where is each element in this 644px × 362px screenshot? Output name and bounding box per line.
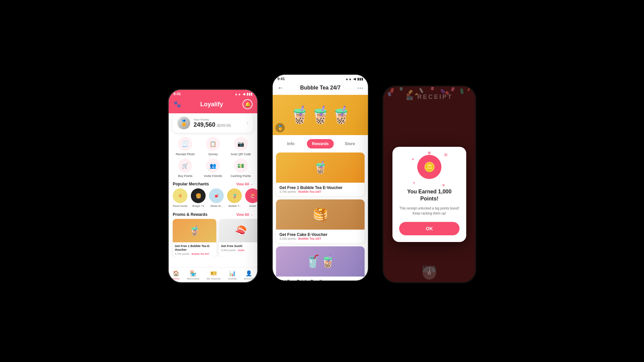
nav-account[interactable]: 👤 Account <box>244 270 254 280</box>
invite-icon: 👥 <box>206 159 220 173</box>
nav-activity[interactable]: 📊 Activity <box>228 270 236 280</box>
merchant-steak-name: Steak ho.. <box>210 204 222 207</box>
account-icon: 👤 <box>246 270 252 277</box>
merchant-pizza[interactable]: 🍕 Pizza house <box>173 188 187 207</box>
nav-voucher[interactable]: 🎫 My Voucher <box>207 270 221 280</box>
promo-rewards-view-all[interactable]: View All → <box>236 213 253 217</box>
merchant-bubble-name: Bubble T.. <box>228 204 240 207</box>
tab-store[interactable]: Store <box>336 139 363 148</box>
phone1-status-icons: ▲▲ ◀ ▮▮▮ <box>234 92 253 96</box>
action-buy-points[interactable]: 🛒 Buy Points <box>173 159 198 178</box>
hero-overlay-icon: 🏅 <box>275 123 285 132</box>
phone2-store-title: Bubble Tea 24/7 <box>300 85 341 91</box>
points-chevron-icon: › <box>247 120 249 126</box>
promo-sushi[interactable]: 🍣 Get Free Sushi 9,500 points · Sushi <box>219 219 257 257</box>
invite-label: Invite Friends <box>204 174 222 178</box>
dot-4 <box>413 182 415 184</box>
phone2-time: 9:41 <box>277 77 285 81</box>
reward-bubble-tea-title: Get Free 1 Bubble Tea E-Voucher <box>279 185 361 190</box>
buy-points-label: Buy Points <box>178 174 193 178</box>
nav-activity-label: Activity <box>228 277 236 280</box>
action-cashing[interactable]: 💵 Cashing Points <box>228 159 253 178</box>
reward-drinks-info: Get Free Drinks Bundle 5,500 points · Bu… <box>276 277 365 282</box>
promo-bubble-tea-info: Get Free 1 Bubble Tea E-Voucher 3,750 po… <box>173 242 216 257</box>
promo-bubble-tea-title: Get Free 1 Bubble Tea E-Voucher <box>175 244 214 252</box>
tab-info[interactable]: Info <box>277 139 304 148</box>
promo-sushi-img: 🍣 <box>219 219 257 242</box>
action-survey[interactable]: 📋 Survey <box>201 137 226 156</box>
dot-3 <box>444 153 447 157</box>
phones-container: 9:41 ▲▲ ◀ ▮▮▮ 🐾 Loyalify 🔔 🏅 Your Points… <box>168 79 476 283</box>
action-receipt[interactable]: 🧾 Receipt Photo <box>173 137 198 156</box>
bell-icon[interactable]: 🔔 <box>243 99 253 109</box>
receipt-icon: 🧾 <box>178 137 192 151</box>
merchant-steak[interactable]: 🥩 Steak ho.. <box>209 188 224 207</box>
promo-rewards-header: Promo & Rewards View All → <box>169 210 257 219</box>
reward-drinks[interactable]: 🥤🧋 Get Free Drinks Bundle 5,500 points ·… <box>276 246 365 282</box>
dot-5 <box>442 184 445 186</box>
reward-bubble-tea-pts: 3,750 points · Bubble Tea 24/7 <box>279 190 361 193</box>
survey-label: Survey <box>208 153 218 156</box>
promo-bubble-tea-points: 3,750 points · Bubble Tea 24/7 <box>175 252 214 255</box>
store-tabs: Info Rewards Store <box>273 135 368 153</box>
nav-account-label: Account <box>244 277 254 280</box>
points-amount-row: 249,560 ($249.56) <box>194 121 231 128</box>
action-invite[interactable]: 👥 Invite Friends <box>201 159 226 178</box>
cashing-icon: 💵 <box>234 159 248 173</box>
merchant-bubble[interactable]: 🧋 Bubble T.. <box>227 188 242 207</box>
phone-1: 9:41 ▲▲ ◀ ▮▮▮ 🐾 Loyalify 🔔 🏅 Your Points… <box>168 89 258 283</box>
phone1-header: 🐾 Loyalify 🔔 <box>169 97 257 113</box>
phone-2: 9:41 ▲▲ ◀ ▮▮▮ ← Bubble Tea 24/7 ⋯ 🧋🧋🧋 🏅 … <box>272 74 369 282</box>
points-card[interactable]: 🏅 Your Points 249,560 ($249.56) › <box>173 113 253 133</box>
tab-rewards[interactable]: Rewards <box>307 139 334 148</box>
reward-cake-pts: 4,200 points · Bubble Tea 24/7 <box>279 237 361 240</box>
action-scan-qr[interactable]: 📷 Scan QR Code <box>228 137 253 156</box>
activity-icon: 📊 <box>229 270 236 277</box>
home-icon: 🏠 <box>173 270 179 277</box>
nav-merchants[interactable]: 🏪 Merchants <box>187 270 199 280</box>
points-usd: ($249.56) <box>217 124 231 127</box>
ok-button[interactable]: OK <box>399 222 460 235</box>
hero-image: 🧋🧋🧋 🏅 <box>273 95 368 135</box>
dot-1 <box>428 152 431 154</box>
merchant-pizza-name: Pizza house <box>173 204 187 207</box>
promo-rewards-title: Promo & Rewards <box>173 212 207 217</box>
reward-bubble-tea-img: 🧋 <box>276 153 365 183</box>
reward-bubble-tea[interactable]: 🧋 Get Free 1 Bubble Tea E-Voucher 3,750 … <box>276 153 365 196</box>
merchant-sushi[interactable]: 🍣 Sushi <box>245 188 257 207</box>
merchant-bubble-logo: 🧋 <box>227 188 242 203</box>
reward-cake-img: 🥞 <box>276 199 365 230</box>
reward-drinks-title: Get Free Drinks Bundle <box>279 279 361 282</box>
reward-drinks-img: 🥤🧋 <box>276 246 365 277</box>
promo-sushi-title: Get Free Sushi <box>221 244 257 248</box>
merchant-burger-logo: 🍔 <box>191 188 206 203</box>
voucher-icon: 🎫 <box>210 270 217 277</box>
nav-merchants-label: Merchants <box>187 277 199 280</box>
phone3-background: 🏪 RECEIPT 🪙 You Earned 1,000 Po <box>383 86 475 282</box>
merchant-sushi-logo: 🍣 <box>245 188 257 203</box>
more-options-icon[interactable]: ⋯ <box>357 84 363 92</box>
phone1-app-title: Loyalify <box>200 101 223 108</box>
receipt-label: Receipt Photo <box>176 153 195 156</box>
nav-home[interactable]: 🏠 Home <box>172 270 179 280</box>
quick-actions: 🧾 Receipt Photo 📋 Survey 📷 Scan QR Code … <box>169 133 257 180</box>
merchant-burger-name: Burger 71 <box>192 204 204 207</box>
camera-shutter-button[interactable]: ○ <box>423 266 436 280</box>
buy-points-icon: 🛒 <box>178 159 192 173</box>
merchant-burger[interactable]: 🍔 Burger 71 <box>191 188 206 207</box>
reward-cake[interactable]: 🥞 Get Free Cake E-Voucher 4,200 points ·… <box>276 199 365 243</box>
merchant-sushi-name: Sushi <box>249 204 256 207</box>
popular-merchants-header: Popular Merchants View All → <box>169 180 257 188</box>
reward-cake-title: Get Free Cake E-Voucher <box>279 232 361 237</box>
coin-area: 🪙 <box>417 155 441 184</box>
promo-sushi-points: 9,500 points · Sushi <box>221 249 257 252</box>
rewards-scroll-area: 🧋 Get Free 1 Bubble Tea E-Voucher 3,750 … <box>273 153 368 282</box>
survey-icon: 📋 <box>206 137 220 151</box>
coin-icon: 🪙 <box>424 162 435 173</box>
phone2-status-icons: ▲▲ ◀ ▮▮▮ <box>345 77 363 81</box>
popular-merchants-view-all[interactable]: View All → <box>236 182 253 186</box>
promo-bubble-tea[interactable]: 🧋 Get Free 1 Bubble Tea E-Voucher 3,750 … <box>173 219 216 257</box>
back-button[interactable]: ← <box>277 84 283 92</box>
points-earned-title: You Earned 1,000 Points! <box>399 188 460 202</box>
nav-voucher-label: My Voucher <box>207 277 221 280</box>
